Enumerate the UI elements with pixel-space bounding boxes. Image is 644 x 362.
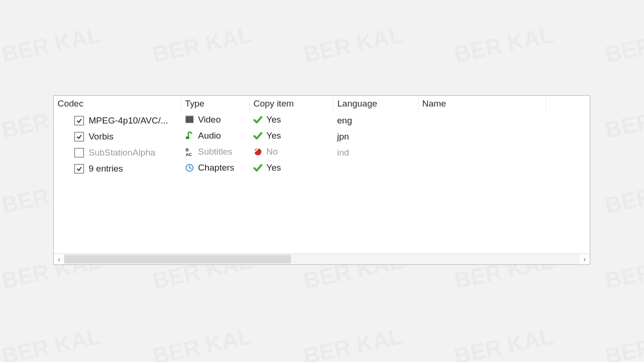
header-type[interactable]: Type [181,96,249,113]
horizontal-scrollbar[interactable]: ‹ › [54,254,590,264]
codec-label: 9 entries [89,164,123,174]
svg-point-7 [186,136,190,139]
scroll-left-button[interactable]: ‹ [54,254,64,264]
forbidden-icon [253,147,263,156]
header-codec[interactable]: Codec [54,96,181,113]
header-copy[interactable]: Copy item [249,96,333,113]
copy-label: No [266,147,278,157]
include-checkbox[interactable] [74,116,84,125]
scroll-track[interactable] [64,254,579,264]
codec-label: Vorbis [89,132,114,142]
scroll-right-button[interactable]: › [579,254,590,264]
svg-rect-5 [191,116,192,117]
scroll-thumb[interactable] [64,255,291,263]
table-row[interactable]: SubStationAlpha BAC Subtitles No ind [54,145,590,161]
track-table: Codec Type Copy item Language Name MPEG-… [54,96,590,177]
language-label: jpn [337,132,349,141]
header-row: Codec Type Copy item Language Name [54,96,590,113]
table-row[interactable]: MPEG-4p10/AVC/... Video Yes eng [54,113,590,129]
type-label: Subtitles [198,147,232,157]
copy-label: Yes [266,163,281,173]
language-label: eng [337,115,352,125]
track-list-panel: Codec Type Copy item Language Name MPEG-… [53,95,590,265]
include-checkbox[interactable] [74,164,84,173]
header-name[interactable]: Name [418,96,545,113]
svg-text:AC: AC [186,152,192,156]
table-row[interactable]: Vorbis Audio Yes jpn [54,129,590,145]
table-row[interactable]: 9 entries Chapters Yes [54,161,590,177]
type-label: Audio [198,131,221,141]
svg-rect-0 [186,117,194,123]
type-label: Video [198,115,221,125]
chapters-icon [185,163,194,173]
type-label: Chapters [198,163,234,173]
check-yes-icon [253,163,263,173]
svg-rect-2 [186,116,187,117]
language-label: ind [337,148,349,157]
check-yes-icon [253,115,263,124]
track-grid: Codec Type Copy item Language Name MPEG-… [54,96,590,254]
audio-icon [185,131,194,140]
header-language[interactable]: Language [333,96,418,113]
svg-rect-3 [188,116,189,117]
codec-label: SubStationAlpha [89,148,156,158]
subtitles-icon: BAC [185,147,194,156]
copy-label: Yes [266,115,281,125]
svg-text:B: B [186,148,189,152]
check-yes-icon [253,131,263,140]
svg-rect-4 [189,116,190,117]
codec-label: MPEG-4p10/AVC/... [89,115,168,126]
include-checkbox[interactable] [74,148,84,157]
include-checkbox[interactable] [74,132,84,141]
video-icon [185,115,194,124]
copy-label: Yes [266,131,281,141]
header-tail [545,96,590,113]
svg-rect-6 [192,116,193,117]
